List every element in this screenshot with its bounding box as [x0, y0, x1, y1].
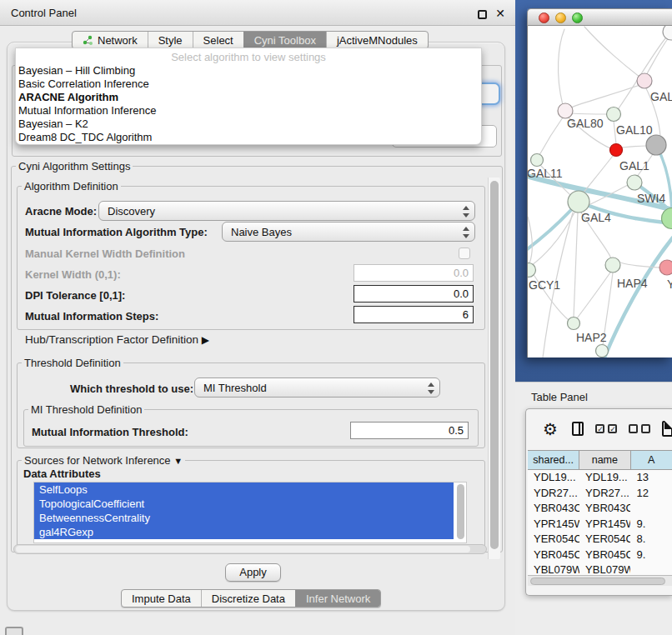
close-traffic-light-icon[interactable] [539, 12, 549, 23]
table-row[interactable]: YPR145WYPR145W9. [528, 517, 672, 532]
table-cell: 8. [630, 532, 672, 548]
network-node-gal1[interactable] [610, 144, 623, 157]
minimize-traffic-light-icon[interactable] [555, 12, 566, 23]
network-node-y[interactable] [659, 260, 672, 275]
tab-style[interactable]: Style [148, 32, 193, 48]
node-table[interactable]: shared...nameA YDL19...YDL19...13YDR27..… [528, 450, 672, 585]
algorithm-dropdown-list: Select algorithm to view settings Bayesi… [15, 48, 482, 145]
tab-impute-data[interactable]: Impute Data [122, 590, 201, 607]
table-panel: Table Panel ⚙ ✓✓ shared...nameA YDL19...… [515, 382, 672, 635]
select-all-columns-icon[interactable]: ✓✓ [595, 424, 617, 433]
network-edge[interactable] [571, 83, 644, 108]
float-window-icon[interactable] [478, 10, 487, 19]
mi-type-combo[interactable]: Naive Bayes [222, 222, 475, 242]
mi-threshold-label: Mutual Information Threshold: [32, 426, 188, 438]
network-node-gal[interactable] [637, 73, 652, 88]
gear-icon[interactable]: ⚙ [543, 419, 558, 439]
node-label: SWI4 [637, 192, 665, 205]
network-edge[interactable] [646, 38, 669, 75]
algorithm-definition-title: Algorithm Definition [22, 180, 121, 192]
table-horizontal-scrollbar[interactable] [528, 575, 672, 586]
dropdown-item[interactable]: Bayesian – Hill Climbing [16, 64, 481, 78]
column-header-a[interactable]: A [631, 451, 672, 469]
dropdown-item[interactable]: ARACNE Algorithm [16, 91, 481, 104]
node-label: GAL11 [528, 167, 563, 180]
table-cell: YPR145W [528, 517, 579, 532]
network-node-hap2[interactable] [568, 318, 580, 330]
column-header-shared[interactable]: shared... [528, 451, 579, 469]
network-edge[interactable] [571, 113, 607, 114]
kernel-width-field[interactable]: 0.0 [354, 264, 474, 282]
sources-group-title[interactable]: Sources for Network Inference ▼ [22, 454, 185, 467]
table-cell: YDR27... [579, 486, 630, 502]
list-scrollbar[interactable] [457, 484, 464, 542]
network-node-gcy1[interactable] [528, 263, 536, 278]
tab-select[interactable]: Select [193, 32, 243, 48]
network-node-swi4[interactable] [627, 175, 642, 190]
dropdown-item[interactable]: Dream8 DC_TDC Algorithm [16, 131, 481, 144]
settings-scrollbar[interactable] [488, 178, 500, 559]
table-cell: YPR145W [579, 517, 630, 532]
network-icon [83, 35, 93, 46]
network-edge[interactable] [589, 185, 628, 205]
network-edge[interactable] [622, 146, 646, 148]
network-node-gal4[interactable] [568, 191, 589, 212]
tab-jactivemnodules[interactable]: jActiveMNodules [326, 32, 428, 48]
network-edge[interactable] [558, 29, 564, 105]
dropdown-item[interactable]: Mutual Information Inference [16, 104, 481, 118]
table-toolbar: ⚙ ✓✓ [526, 409, 672, 448]
network-edge[interactable] [577, 272, 610, 318]
dropdown-item[interactable]: Bayesian – K2 [16, 118, 481, 131]
network-edge[interactable] [539, 118, 563, 155]
apply-button[interactable]: Apply [225, 563, 281, 582]
network-node-gal11[interactable] [531, 154, 544, 167]
network-node[interactable] [646, 135, 666, 155]
attribute-list-item[interactable]: BetweennessCentrality [34, 511, 454, 525]
tab-cyni-toolbox[interactable]: Cyni Toolbox [243, 32, 326, 48]
combo-stepper-icon [462, 204, 469, 219]
network-node[interactable] [663, 26, 672, 40]
close-icon[interactable]: ✕ [495, 7, 505, 20]
manual-kernel-checkbox[interactable] [459, 248, 470, 259]
tab-discretize-data[interactable]: Discretize Data [201, 590, 295, 607]
network-edge[interactable] [584, 156, 613, 192]
columns-icon[interactable] [572, 422, 584, 436]
network-edge[interactable] [528, 217, 532, 263]
tab-infer-network[interactable]: Infer Network [295, 590, 380, 607]
kernel-width-label: Kernel Width (0,1): [25, 268, 121, 281]
data-attributes-list[interactable]: SelfLoopsTopologicalCoefficientBetweenne… [33, 482, 467, 543]
horizontal-scrollbar[interactable] [13, 544, 487, 554]
attribute-list-item[interactable]: gal4RGexp [34, 525, 454, 539]
network-node-gal10[interactable] [607, 108, 621, 122]
network-view[interactable]: GALGAL80GAL10GAL1GAL11SWI4GAL4GCY1HAP4YH… [527, 26, 672, 358]
mi-threshold-field[interactable]: 0.5 [350, 422, 469, 439]
table-row[interactable]: YER054CYER054C8. [528, 532, 672, 548]
column-header-name[interactable]: name [579, 451, 630, 469]
attribute-list-item[interactable]: TopologicalCoefficient [34, 497, 454, 511]
table-row[interactable]: YBR045CYBR045C9. [528, 548, 672, 563]
table-row[interactable]: YDR27...YDR27...12 [528, 486, 672, 502]
deselect-all-columns-icon[interactable] [629, 424, 650, 433]
network-edge[interactable] [574, 212, 578, 318]
zoom-traffic-light-icon[interactable] [572, 12, 583, 23]
network-window-titlebar[interactable] [527, 8, 672, 26]
attribute-list-item[interactable]: SelfLoops [34, 482, 454, 497]
mi-steps-field[interactable]: 6 [354, 306, 474, 323]
network-node-hap4[interactable] [605, 258, 620, 272]
hub-definition-toggle[interactable]: Hub/Transcription Factor Definition ▶ [25, 333, 209, 346]
network-node[interactable] [662, 208, 672, 229]
table-row[interactable]: YBR043CYBR043C [528, 501, 672, 517]
aracne-mode-combo[interactable]: Discovery [98, 201, 475, 221]
network-node[interactable] [596, 345, 609, 358]
dpi-tolerance-field[interactable]: 0.0 [354, 285, 474, 302]
which-threshold-combo[interactable]: MI Threshold [194, 378, 440, 398]
table-row[interactable]: YDL19...YDL19...13 [528, 470, 672, 486]
file-icon[interactable] [662, 421, 672, 437]
tab-network[interactable]: Network [73, 32, 148, 48]
bottom-left-widget[interactable] [5, 627, 23, 635]
network-edge[interactable] [604, 238, 672, 358]
tab-label: Select [203, 34, 233, 47]
tab-label: Network [98, 34, 138, 47]
dropdown-item[interactable]: Basic Correlation Inference [16, 78, 481, 91]
network-edge[interactable] [584, 27, 639, 77]
